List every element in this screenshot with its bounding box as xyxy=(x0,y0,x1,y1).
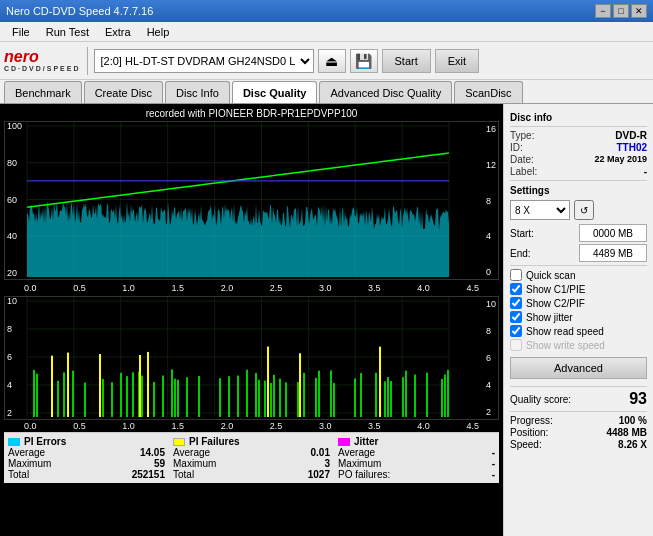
menu-extra[interactable]: Extra xyxy=(97,22,139,41)
show-write-speed-checkbox[interactable] xyxy=(510,339,522,351)
drive-select[interactable]: [2:0] HL-DT-ST DVDRAM GH24NSD0 LH00 xyxy=(94,49,314,73)
pi-errors-color xyxy=(8,438,20,446)
pi-errors-max-value: 59 xyxy=(154,458,165,469)
progress-value: 100 % xyxy=(619,415,647,426)
pi-failures-total-value: 1027 xyxy=(308,469,330,480)
start-input[interactable] xyxy=(579,224,647,242)
x-axis-upper: 0.00.51.01.52.02.53.03.54.04.5 xyxy=(4,282,499,294)
tab-disc-info[interactable]: Disc Info xyxy=(165,81,230,103)
quality-score-value: 93 xyxy=(629,390,647,408)
jitter-color xyxy=(338,438,350,446)
minimize-button[interactable]: − xyxy=(595,4,611,18)
speed-row: 8 X ↺ xyxy=(510,200,647,220)
quick-scan-checkbox[interactable] xyxy=(510,269,522,281)
pi-errors-total-value: 252151 xyxy=(132,469,165,480)
show-c2-checkbox[interactable] xyxy=(510,297,522,309)
disc-date-row: Date: 22 May 2019 xyxy=(510,154,647,165)
disc-label-row: Label: - xyxy=(510,166,647,177)
upper-chart xyxy=(5,122,471,277)
titlebar: Nero CD-DVD Speed 4.7.7.16 − □ ✕ xyxy=(0,0,653,22)
logo-text: nero xyxy=(4,49,39,65)
show-write-speed-row: Show write speed xyxy=(510,339,647,351)
pi-errors-avg-value: 14.05 xyxy=(140,447,165,458)
show-read-speed-checkbox[interactable] xyxy=(510,325,522,337)
show-jitter-row: Show jitter xyxy=(510,311,647,323)
progress-row: Progress: 100 % xyxy=(510,415,647,426)
jitter-max-row: Maximum - xyxy=(338,458,495,469)
window-title: Nero CD-DVD Speed 4.7.7.16 xyxy=(6,5,153,17)
speed-refresh-btn[interactable]: ↺ xyxy=(574,200,594,220)
eject-button[interactable]: ⏏ xyxy=(318,49,346,73)
exit-button[interactable]: Exit xyxy=(435,49,479,73)
divider-5 xyxy=(510,411,647,412)
disc-type-row: Type: DVD-R xyxy=(510,130,647,141)
show-c1-row: Show C1/PIE xyxy=(510,283,647,295)
jitter-po-row: PO failures: - xyxy=(338,469,495,480)
show-c1-checkbox[interactable] xyxy=(510,283,522,295)
jitter-po-value: - xyxy=(492,469,495,480)
menu-file[interactable]: File xyxy=(4,22,38,41)
main-content: recorded with PIONEER BDR-PR1EPDVPP100 1… xyxy=(0,104,653,536)
pi-failures-max-value: 3 xyxy=(324,458,330,469)
pi-errors-total-row: Total 252151 xyxy=(8,469,165,480)
disc-info-title: Disc info xyxy=(510,112,647,123)
jitter-max-value: - xyxy=(492,458,495,469)
settings-title: Settings xyxy=(510,185,647,196)
maximize-button[interactable]: □ xyxy=(613,4,629,18)
speed-display-value: 8.26 X xyxy=(618,439,647,450)
tab-advanced-disc-quality[interactable]: Advanced Disc Quality xyxy=(319,81,452,103)
disc-id-row: ID: TTH02 xyxy=(510,142,647,153)
end-input[interactable] xyxy=(579,244,647,262)
logo: nero CD·DVD/SPEED xyxy=(4,49,81,72)
divider-2 xyxy=(510,180,647,181)
close-button[interactable]: ✕ xyxy=(631,4,647,18)
divider-1 xyxy=(510,126,647,127)
lower-chart xyxy=(5,297,471,417)
divider-4 xyxy=(510,386,647,387)
menu-help[interactable]: Help xyxy=(139,22,178,41)
tab-disc-quality[interactable]: Disc Quality xyxy=(232,81,318,103)
advanced-button[interactable]: Advanced xyxy=(510,357,647,379)
legend-pi-failures: PI Failures Average 0.01 Maximum 3 Total… xyxy=(173,436,330,480)
pi-failures-avg-row: Average 0.01 xyxy=(173,447,330,458)
quick-scan-row: Quick scan xyxy=(510,269,647,281)
show-jitter-checkbox[interactable] xyxy=(510,311,522,323)
y-axis-right-upper: 1612840 xyxy=(486,122,496,279)
chart-title: recorded with PIONEER BDR-PR1EPDVPP100 xyxy=(4,106,499,121)
pi-failures-color xyxy=(173,438,185,446)
tab-create-disc[interactable]: Create Disc xyxy=(84,81,163,103)
pi-errors-max-row: Maximum 59 xyxy=(8,458,165,469)
jitter-label: Jitter xyxy=(354,436,378,447)
speed-value-row: Speed: 8.26 X xyxy=(510,439,647,450)
toolbar-separator xyxy=(87,47,88,75)
start-row: Start: xyxy=(510,224,647,242)
speed-select[interactable]: 8 X xyxy=(510,200,570,220)
right-panel: Disc info Type: DVD-R ID: TTH02 Date: 22… xyxy=(503,104,653,536)
start-button[interactable]: Start xyxy=(382,49,431,73)
legend-area: PI Errors Average 14.05 Maximum 59 Total… xyxy=(4,432,499,483)
toolbar: nero CD·DVD/SPEED [2:0] HL-DT-ST DVDRAM … xyxy=(0,42,653,80)
pi-failures-avg-value: 0.01 xyxy=(311,447,330,458)
tab-scan-disc[interactable]: ScanDisc xyxy=(454,81,522,103)
window-controls: − □ ✕ xyxy=(595,4,647,18)
show-read-speed-row: Show read speed xyxy=(510,325,647,337)
x-axis-lower: 0.00.51.01.52.02.53.03.54.04.5 xyxy=(4,420,499,432)
menu-run-test[interactable]: Run Test xyxy=(38,22,97,41)
legend-pi-errors: PI Errors Average 14.05 Maximum 59 Total… xyxy=(8,436,165,480)
tab-benchmark[interactable]: Benchmark xyxy=(4,81,82,103)
pi-errors-avg-row: Average 14.05 xyxy=(8,447,165,458)
y-axis-right-lower: 108642 xyxy=(486,297,496,419)
tabs-bar: Benchmark Create Disc Disc Info Disc Qua… xyxy=(0,80,653,104)
save-button[interactable]: 💾 xyxy=(350,49,378,73)
pi-failures-label: PI Failures xyxy=(189,436,240,447)
jitter-avg-value: - xyxy=(492,447,495,458)
position-value: 4488 MB xyxy=(606,427,647,438)
menubar: File Run Test Extra Help xyxy=(0,22,653,42)
divider-3 xyxy=(510,265,647,266)
pi-errors-label: PI Errors xyxy=(24,436,66,447)
quality-score-row: Quality score: 93 xyxy=(510,390,647,408)
position-row: Position: 4488 MB xyxy=(510,427,647,438)
pi-failures-max-row: Maximum 3 xyxy=(173,458,330,469)
pi-failures-total-row: Total 1027 xyxy=(173,469,330,480)
legend-jitter: Jitter Average - Maximum - PO failures: … xyxy=(338,436,495,480)
